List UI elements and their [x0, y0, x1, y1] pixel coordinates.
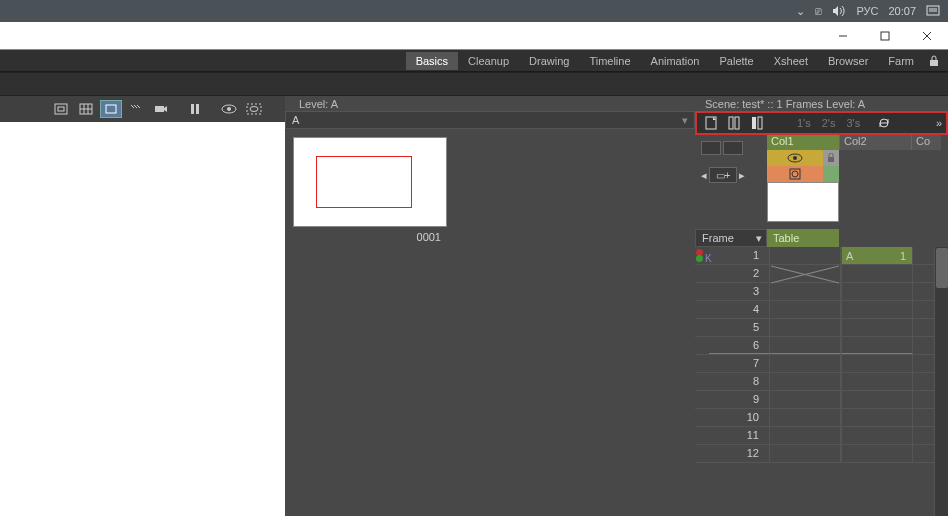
table-cell[interactable]: [769, 391, 841, 408]
frame-thumbnail[interactable]: [293, 137, 447, 227]
repeat-icon[interactable]: [877, 116, 891, 130]
col1-cell[interactable]: [841, 355, 913, 372]
next-arrow-icon[interactable]: ▸: [739, 169, 745, 182]
screen-icon[interactable]: ⎚: [815, 5, 822, 17]
table-header[interactable]: Table: [767, 229, 839, 247]
room-tab-drawing[interactable]: Drawing: [519, 52, 579, 70]
frame-number[interactable]: 2: [709, 265, 769, 282]
maximize-button[interactable]: [864, 22, 906, 50]
frame-number[interactable]: K1: [709, 247, 769, 264]
preview-icon[interactable]: [218, 100, 240, 118]
frame-number[interactable]: 4: [709, 301, 769, 318]
col1-cell[interactable]: [841, 265, 913, 282]
col1-cell[interactable]: [841, 301, 913, 318]
frame-number[interactable]: 10: [709, 409, 769, 426]
table-cell[interactable]: [769, 247, 841, 264]
table-cell[interactable]: [769, 427, 841, 444]
prev-arrow-icon[interactable]: ◂: [701, 169, 707, 182]
freeze-icon[interactable]: [50, 100, 72, 118]
frame-mode-dropdown[interactable]: Frame ▾: [695, 229, 767, 247]
step-1s[interactable]: 1's: [793, 117, 815, 129]
column-header-col1[interactable]: Col1: [767, 135, 839, 150]
col1-cell[interactable]: [841, 283, 913, 300]
3d-icon[interactable]: [125, 100, 147, 118]
table-cell[interactable]: [769, 409, 841, 426]
col1-cell[interactable]: A1: [841, 247, 913, 264]
system-taskbar: ⌄ ⎚ РУС 20:07: [0, 0, 948, 22]
more-icon[interactable]: »: [936, 117, 946, 129]
visibility-icon[interactable]: [767, 150, 823, 166]
frame-number[interactable]: 9: [709, 391, 769, 408]
table-cell[interactable]: [769, 355, 841, 372]
room-tab-cleanup[interactable]: Cleanup: [458, 52, 519, 70]
svg-point-19: [227, 107, 231, 111]
room-tab-animation[interactable]: Animation: [641, 52, 710, 70]
pause-icon[interactable]: [184, 100, 206, 118]
level-strip[interactable]: 0001: [285, 129, 455, 516]
column-preview[interactable]: [767, 182, 839, 222]
frame-number[interactable]: 8: [709, 373, 769, 390]
col1-cell[interactable]: [841, 391, 913, 408]
frame-number[interactable]: 11: [709, 427, 769, 444]
vertical-scrollbar[interactable]: [934, 247, 948, 516]
frame-number[interactable]: 5: [709, 319, 769, 336]
table-cell[interactable]: [769, 445, 841, 462]
room-tab-palette[interactable]: Palette: [709, 52, 763, 70]
minimize-button[interactable]: [822, 22, 864, 50]
frame-number[interactable]: 7: [709, 355, 769, 372]
xsheet-grid[interactable]: K1A123456789101112: [695, 247, 948, 516]
room-tab-xsheet[interactable]: Xsheet: [764, 52, 818, 70]
room-tab-browser[interactable]: Browser: [818, 52, 878, 70]
table-cell[interactable]: [769, 265, 841, 282]
svg-rect-15: [155, 106, 164, 112]
window-controls: [0, 22, 948, 50]
frame-number[interactable]: 12: [709, 445, 769, 462]
camera-stand-icon[interactable]: [100, 100, 122, 118]
viewer-toolbar: [0, 96, 285, 122]
camera-stand-vis-icon[interactable]: [767, 166, 823, 182]
new-memo-icon[interactable]: [701, 114, 721, 132]
table-cell[interactable]: [769, 373, 841, 390]
camera-view-icon[interactable]: [150, 100, 172, 118]
chevron-down-icon[interactable]: ⌄: [796, 5, 805, 18]
frame-number[interactable]: 6: [709, 337, 769, 354]
frame-number[interactable]: 3: [709, 283, 769, 300]
lock-column-icon[interactable]: [823, 150, 839, 166]
layout-icon-1[interactable]: [701, 141, 721, 155]
close-button[interactable]: [906, 22, 948, 50]
room-tab-farm[interactable]: Farm: [878, 52, 924, 70]
layout-icon-2[interactable]: [723, 141, 743, 155]
col1-cell[interactable]: [841, 427, 913, 444]
frame-mode-label: Frame: [702, 232, 734, 244]
lock-icon[interactable]: [924, 55, 944, 67]
table-cell[interactable]: [769, 319, 841, 336]
extra-toggle[interactable]: [823, 166, 839, 182]
col1-cell[interactable]: [841, 319, 913, 336]
step-3s[interactable]: 3's: [842, 117, 864, 129]
level-dropdown[interactable]: A ▾: [285, 111, 695, 129]
table-cell[interactable]: [769, 301, 841, 318]
collapse-icon[interactable]: [747, 114, 767, 132]
input-lang[interactable]: РУС: [856, 5, 878, 17]
table-cell[interactable]: [769, 337, 841, 354]
col1-cell[interactable]: [841, 445, 913, 462]
col1-cell[interactable]: [841, 373, 913, 390]
column-header-col2[interactable]: Col2: [839, 135, 911, 150]
grid-icon[interactable]: [75, 100, 97, 118]
toggle-cell-icon[interactable]: [724, 114, 744, 132]
canvas-area[interactable]: [0, 122, 285, 516]
svg-point-21: [250, 107, 258, 112]
volume-icon[interactable]: [832, 5, 846, 17]
col1-cell[interactable]: [841, 409, 913, 426]
col1-cell[interactable]: [841, 337, 913, 354]
step-2s[interactable]: 2's: [818, 117, 840, 129]
column-header-col3[interactable]: Co: [911, 135, 941, 150]
room-tab-basics[interactable]: Basics: [406, 52, 458, 70]
notifications-icon[interactable]: [926, 5, 940, 17]
room-tabs-bar: BasicsCleanupDrawingTimelineAnimationPal…: [0, 50, 948, 72]
table-cell[interactable]: [769, 283, 841, 300]
new-column-button[interactable]: ▭+: [709, 167, 737, 183]
room-tab-timeline[interactable]: Timeline: [579, 52, 640, 70]
subcamera-icon[interactable]: [243, 100, 265, 118]
chevron-down-icon: ▾: [756, 232, 762, 245]
